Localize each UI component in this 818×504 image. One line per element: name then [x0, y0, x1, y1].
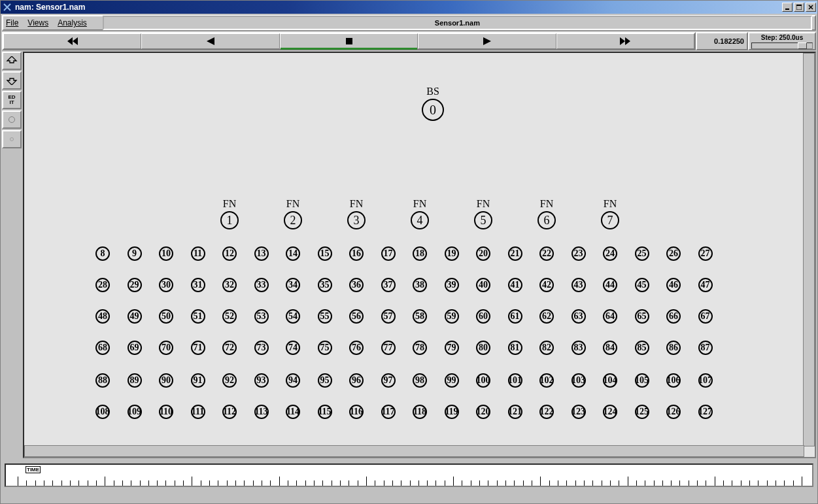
sensor-node-82[interactable]: 82 [539, 341, 554, 355]
sensor-node-64[interactable]: 64 [603, 309, 617, 324]
sensor-node-117[interactable]: 117 [381, 405, 396, 419]
sensor-node-59[interactable]: 59 [445, 309, 459, 324]
sensor-node-123[interactable]: 123 [571, 405, 586, 419]
sensor-node-94[interactable]: 94 [286, 373, 300, 388]
sensor-node-60[interactable]: 60 [476, 309, 490, 324]
sensor-node-29[interactable]: 29 [128, 278, 142, 292]
sensor-node-80[interactable]: 80 [476, 341, 490, 355]
timeline[interactable]: TIME [5, 463, 813, 487]
sensor-node-126[interactable]: 126 [666, 405, 681, 419]
sensor-node-106[interactable]: 106 [666, 373, 681, 388]
slider-thumb[interactable] [798, 42, 807, 49]
sensor-node-57[interactable]: 57 [381, 309, 396, 324]
sensor-node-27[interactable]: 27 [698, 246, 713, 261]
sensor-node-25[interactable]: 25 [635, 246, 649, 261]
sensor-node-119[interactable]: 119 [445, 405, 459, 419]
sensor-node-63[interactable]: 63 [571, 309, 586, 324]
sensor-node-111[interactable]: 111 [191, 405, 205, 419]
sensor-node-125[interactable]: 125 [635, 405, 649, 419]
rewind-button[interactable] [3, 33, 141, 49]
sensor-node-81[interactable]: 81 [508, 341, 522, 355]
sensor-node-74[interactable]: 74 [286, 341, 300, 355]
sensor-node-67[interactable]: 67 [698, 309, 713, 324]
network-canvas[interactable]: BS0FN1FN2FN3FN4FN5FN6FN78910111213141516… [24, 53, 815, 457]
sensor-node-18[interactable]: 18 [413, 246, 427, 261]
sensor-node-95[interactable]: 95 [318, 373, 332, 388]
sensor-node-92[interactable]: 92 [222, 373, 237, 388]
sensor-node-9[interactable]: 9 [128, 246, 142, 261]
sensor-node-114[interactable]: 114 [286, 405, 300, 419]
sensor-node-54[interactable]: 54 [286, 309, 300, 324]
sensor-node-108[interactable]: 108 [95, 405, 110, 419]
sensor-node-42[interactable]: 42 [539, 278, 554, 292]
sensor-node-40[interactable]: 40 [476, 278, 490, 292]
sensor-node-14[interactable]: 14 [286, 246, 300, 261]
menu-file[interactable]: File [6, 18, 18, 27]
vertical-scrollbar[interactable] [803, 53, 815, 446]
zoom-in-button[interactable] [2, 52, 22, 70]
sensor-node-34[interactable]: 34 [286, 278, 300, 292]
sensor-node-66[interactable]: 66 [666, 309, 681, 324]
sensor-node-23[interactable]: 23 [571, 246, 586, 261]
sensor-node-96[interactable]: 96 [349, 373, 364, 388]
record-button[interactable] [2, 110, 22, 129]
sensor-node-113[interactable]: 113 [254, 405, 269, 419]
sensor-node-124[interactable]: 124 [603, 405, 617, 419]
sensor-node-44[interactable]: 44 [603, 278, 617, 292]
sensor-node-10[interactable]: 10 [159, 246, 173, 261]
sensor-node-19[interactable]: 19 [445, 246, 459, 261]
sensor-node-110[interactable]: 110 [159, 405, 173, 419]
sensor-node-35[interactable]: 35 [318, 278, 332, 292]
sensor-node-49[interactable]: 49 [128, 309, 142, 324]
sensor-node-17[interactable]: 17 [381, 246, 396, 261]
close-button[interactable] [806, 3, 816, 12]
sensor-node-22[interactable]: 22 [539, 246, 554, 261]
sensor-node-127[interactable]: 127 [698, 405, 713, 419]
menu-views[interactable]: Views [27, 18, 48, 27]
sensor-node-71[interactable]: 71 [191, 341, 205, 355]
sensor-node-58[interactable]: 58 [413, 309, 427, 324]
sensor-node-75[interactable]: 75 [318, 341, 332, 355]
sensor-node-97[interactable]: 97 [381, 373, 396, 388]
point-button[interactable] [2, 130, 22, 148]
sensor-node-90[interactable]: 90 [159, 373, 173, 388]
sensor-node-93[interactable]: 93 [254, 373, 269, 388]
stop-button[interactable] [280, 33, 418, 49]
step-forward-button[interactable] [418, 33, 556, 49]
sensor-node-43[interactable]: 43 [571, 278, 586, 292]
sensor-node-20[interactable]: 20 [476, 246, 490, 261]
sensor-node-121[interactable]: 121 [508, 405, 522, 419]
sensor-node-87[interactable]: 87 [698, 341, 713, 355]
sensor-node-47[interactable]: 47 [698, 278, 713, 292]
sensor-node-39[interactable]: 39 [445, 278, 459, 292]
sensor-node-48[interactable]: 48 [95, 309, 110, 324]
sensor-node-116[interactable]: 116 [349, 405, 364, 419]
sensor-node-24[interactable]: 24 [603, 246, 617, 261]
sensor-node-12[interactable]: 12 [222, 246, 237, 261]
maximize-button[interactable] [794, 3, 804, 12]
sensor-node-104[interactable]: 104 [603, 373, 617, 388]
sensor-node-16[interactable]: 16 [349, 246, 364, 261]
sensor-node-56[interactable]: 56 [349, 309, 364, 324]
sensor-node-73[interactable]: 73 [254, 341, 269, 355]
edit-button[interactable]: ED IT [2, 91, 22, 109]
sensor-node-31[interactable]: 31 [191, 278, 205, 292]
sensor-node-53[interactable]: 53 [254, 309, 269, 324]
bs-node[interactable]: BS0 [413, 86, 452, 121]
sensor-node-28[interactable]: 28 [95, 278, 110, 292]
sensor-node-52[interactable]: 52 [222, 309, 237, 324]
sensor-node-107[interactable]: 107 [698, 373, 713, 388]
sensor-node-76[interactable]: 76 [349, 341, 364, 355]
sensor-node-98[interactable]: 98 [413, 373, 427, 388]
sensor-node-37[interactable]: 37 [381, 278, 396, 292]
sensor-node-83[interactable]: 83 [571, 341, 586, 355]
sensor-node-61[interactable]: 61 [508, 309, 522, 324]
sensor-node-62[interactable]: 62 [539, 309, 554, 324]
sensor-node-26[interactable]: 26 [666, 246, 681, 261]
fn-node-6[interactable]: FN6 [535, 198, 558, 229]
sensor-node-72[interactable]: 72 [222, 341, 237, 355]
sensor-node-78[interactable]: 78 [413, 341, 427, 355]
sensor-node-85[interactable]: 85 [635, 341, 649, 355]
sensor-node-79[interactable]: 79 [445, 341, 459, 355]
sensor-node-15[interactable]: 15 [318, 246, 332, 261]
